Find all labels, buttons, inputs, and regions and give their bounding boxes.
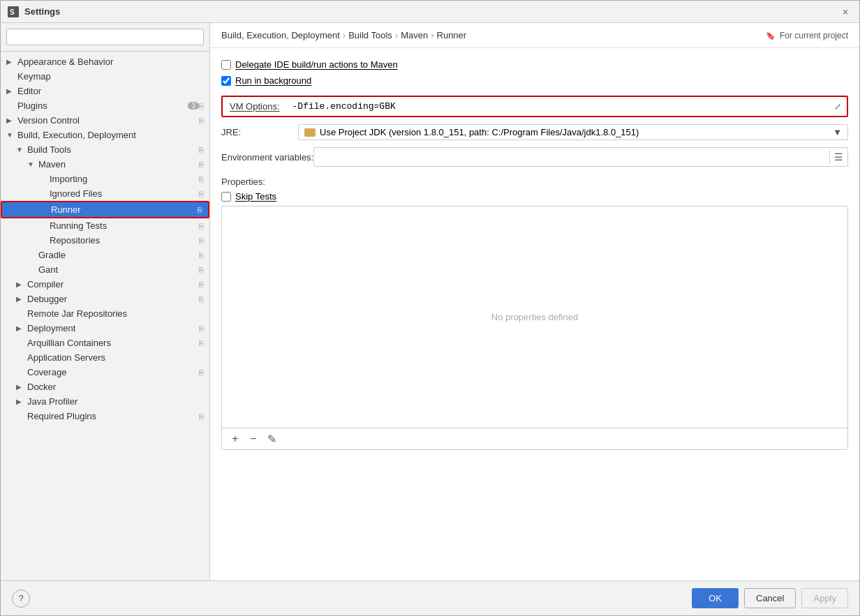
sidebar-item-label-bed: Build, Execution, Deployment (17, 130, 204, 140)
no-properties-text: No properties defined (222, 206, 847, 428)
sidebar-item-maven[interactable]: ▼ Maven ⎘ (1, 157, 209, 172)
sidebar-item-label-remote-jar: Remote Jar Repositories (27, 308, 204, 319)
cancel-button[interactable]: Cancel (744, 588, 796, 608)
footer-left: ? (12, 589, 30, 608)
jre-dropdown[interactable]: Use Project JDK (version 1.8.0_151, path… (298, 124, 848, 140)
copy-icon-coverage: ⎘ (199, 368, 204, 377)
copy-icon-gant: ⎘ (199, 266, 204, 274)
sidebar-item-appearance[interactable]: ▶ Appearance & Behavior (1, 54, 209, 69)
breadcrumb-part3: Maven (401, 30, 428, 40)
sidebar-item-gradle[interactable]: Gradle ⎘ (1, 248, 209, 262)
properties-label: Properties: (221, 176, 848, 187)
settings-dialog: S Settings × ▶ Appearance & Behavior (0, 0, 860, 616)
dialog-body: ▶ Appearance & Behavior Keymap ▶ Editor … (1, 23, 859, 580)
sidebar-item-label-importing: Importing (50, 174, 199, 184)
content-area: Delegate IDE build/run actions to Maven … (210, 48, 859, 580)
env-variables-browse-button[interactable]: ☰ (829, 150, 847, 164)
sidebar-item-runner[interactable]: Runner ⎘ (1, 201, 209, 218)
sidebar-item-keymap[interactable]: Keymap (1, 69, 209, 84)
search-input[interactable] (6, 29, 204, 45)
title-bar: S Settings × (1, 1, 859, 23)
vm-options-row: VM Options: ⤢ (221, 96, 848, 117)
sidebar-item-label-coverage: Coverage (27, 367, 199, 377)
help-button[interactable]: ? (12, 589, 30, 608)
app-icon: S (8, 6, 19, 17)
expand-arrow-debugger: ▶ (16, 295, 26, 303)
env-variables-field: ☰ (313, 147, 848, 167)
sidebar-tree: ▶ Appearance & Behavior Keymap ▶ Editor … (1, 52, 209, 580)
vm-options-label: VM Options: (223, 97, 287, 116)
expand-arrow-bt: ▼ (16, 146, 26, 153)
delegate-row: Delegate IDE build/run actions to Maven (221, 59, 848, 70)
sidebar-item-arquillian[interactable]: Arquillian Containers ⎘ (1, 336, 209, 350)
sidebar-item-label-docker: Docker (27, 382, 204, 392)
breadcrumb-for-project: 🔖 For current project (766, 31, 848, 40)
sidebar-item-editor[interactable]: ▶ Editor (1, 84, 209, 98)
env-variables-input[interactable] (314, 149, 829, 165)
sidebar-item-required-plugins[interactable]: Required Plugins ⎘ (1, 409, 209, 423)
copy-icon-running-tests: ⎘ (199, 222, 204, 230)
edit-property-button[interactable]: ✎ (264, 431, 279, 446)
sidebar-item-importing[interactable]: Importing ⎘ (1, 172, 209, 186)
title-bar-left: S Settings (8, 6, 60, 17)
sidebar-item-remote-jar[interactable]: Remote Jar Repositories (1, 306, 209, 321)
copy-icon-required-plugins: ⎘ (199, 412, 204, 421)
run-background-checkbox[interactable] (221, 76, 231, 86)
delegate-checkbox[interactable] (221, 60, 231, 70)
add-property-button[interactable]: + (228, 431, 243, 446)
sidebar-item-ignored-files[interactable]: Ignored Files ⎘ (1, 186, 209, 201)
delegate-label: Delegate IDE build/run actions to Maven (235, 59, 398, 70)
sidebar-item-label-gant: Gant (38, 264, 199, 275)
copy-icon-ignored: ⎘ (199, 190, 204, 198)
sidebar-item-java-profiler[interactable]: ▶ Java Profiler (1, 394, 209, 409)
vm-options-expand-button[interactable]: ⤢ (829, 99, 847, 114)
sidebar-item-label-bt: Build Tools (27, 144, 199, 155)
sidebar-item-build-execution[interactable]: ▼ Build, Execution, Deployment (1, 128, 209, 142)
apply-button[interactable]: Apply (801, 588, 848, 608)
sidebar-item-label-deployment: Deployment (27, 323, 199, 333)
sidebar-item-plugins[interactable]: Plugins 3 ⎘ (1, 98, 209, 113)
dialog-title: Settings (24, 6, 60, 17)
sidebar-item-build-tools[interactable]: ▼ Build Tools ⎘ (1, 142, 209, 157)
copy-icon-importing: ⎘ (199, 175, 204, 183)
sidebar-item-gant[interactable]: Gant ⎘ (1, 262, 209, 277)
breadcrumb-part1: Build, Execution, Deployment (221, 30, 340, 40)
sidebar-item-docker[interactable]: ▶ Docker (1, 380, 209, 394)
breadcrumb-part4: Runner (437, 30, 467, 40)
folder-icon (304, 128, 316, 137)
expand-arrow-deployment: ▶ (16, 324, 26, 332)
copy-icon-plugins: ⎘ (199, 102, 204, 110)
sidebar-item-label-plugins: Plugins (17, 100, 185, 111)
expand-arrow-bed: ▼ (6, 131, 16, 139)
sidebar-item-deployment[interactable]: ▶ Deployment ⎘ (1, 321, 209, 336)
copy-icon-maven: ⎘ (199, 160, 204, 169)
skip-tests-label: Skip Tests (235, 191, 276, 202)
sidebar-item-label-maven: Maven (38, 159, 199, 170)
copy-icon-arquillian: ⎘ (199, 339, 204, 347)
sidebar-item-repositories[interactable]: Repositories ⎘ (1, 233, 209, 248)
sidebar-item-label-arquillian: Arquillian Containers (27, 338, 199, 348)
close-button[interactable]: × (838, 5, 852, 19)
expand-arrow-maven: ▼ (27, 160, 37, 168)
copy-icon-runner: ⎘ (198, 206, 202, 214)
copy-icon-debugger: ⎘ (199, 295, 204, 303)
breadcrumb-sep1: › (343, 30, 346, 40)
sidebar-item-running-tests[interactable]: Running Tests ⎘ (1, 218, 209, 233)
sidebar-item-coverage[interactable]: Coverage ⎘ (1, 365, 209, 380)
sidebar-item-compiler[interactable]: ▶ Compiler ⎘ (1, 277, 209, 292)
skip-tests-checkbox[interactable] (221, 192, 231, 202)
env-variables-row: Environment variables: ☰ (221, 147, 848, 167)
sidebar-item-version-control[interactable]: ▶ Version Control ⎘ (1, 113, 209, 128)
expand-arrow-editor: ▶ (6, 87, 16, 95)
remove-property-button[interactable]: − (246, 431, 261, 446)
dialog-footer: ? OK Cancel Apply (1, 580, 859, 615)
jre-value: Use Project JDK (version 1.8.0_151, path… (320, 127, 830, 137)
copy-icon-repositories: ⎘ (199, 236, 204, 245)
breadcrumb-sep2: › (395, 30, 398, 40)
properties-area: No properties defined + − ✎ (221, 206, 848, 450)
sidebar-item-debugger[interactable]: ▶ Debugger ⎘ (1, 292, 209, 306)
sidebar-item-app-servers[interactable]: Application Servers (1, 350, 209, 365)
footer-buttons: OK Cancel Apply (692, 588, 848, 608)
ok-button[interactable]: OK (692, 588, 739, 608)
vm-options-input[interactable] (287, 97, 829, 116)
